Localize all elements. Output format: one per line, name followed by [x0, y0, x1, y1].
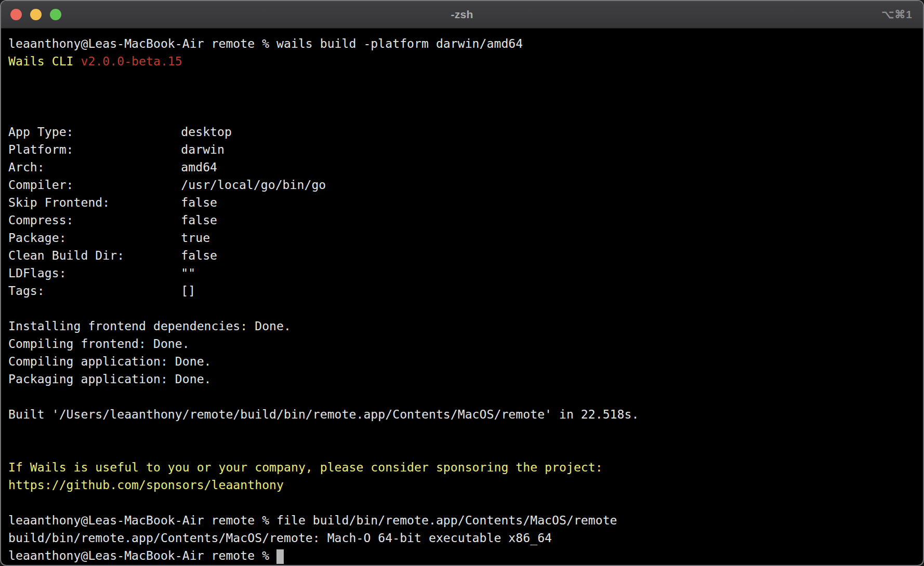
config-value: "": [181, 266, 195, 280]
blank-line: [8, 107, 16, 121]
config-label: App Type:: [8, 123, 181, 141]
terminal-line: [8, 388, 916, 406]
config-label: Clean Build Dir:: [8, 247, 181, 264]
terminal-line: [8, 494, 916, 511]
terminal-line: Compiling application: Done.: [8, 353, 916, 370]
terminal-line: Skip Frontend:false: [8, 194, 916, 211]
terminal-line: Installing frontend dependencies: Done.: [8, 317, 916, 335]
terminal-line: [8, 70, 916, 88]
terminal-line: [8, 441, 916, 459]
terminal-text: build/bin/remote.app/Contents/MacOS/remo…: [8, 531, 552, 545]
terminal-text: If Wails is useful to you or your compan…: [8, 461, 603, 474]
config-label: Tags:: [8, 282, 181, 300]
config-label: Skip Frontend:: [8, 194, 181, 211]
terminal-line: Compiler:/usr/local/go/bin/go: [8, 176, 916, 194]
config-label: Compress:: [8, 211, 181, 229]
terminal-text: Packaging application: Done.: [8, 372, 212, 386]
terminal-line: build/bin/remote.app/Contents/MacOS/remo…: [8, 529, 916, 547]
traffic-lights: [10, 1, 61, 28]
terminal-text: https://github.com/sponsors/leaanthony: [8, 478, 284, 492]
blank-line: [8, 390, 16, 403]
terminal-window: -zsh ⌥⌘1 leaanthony@Leas-MacBook-Air rem…: [0, 0, 924, 566]
terminal-line: Compiling frontend: Done.: [8, 335, 916, 353]
terminal-line: Tags:[]: [8, 282, 916, 300]
terminal-line: leaanthony@Leas-MacBook-Air remote % wai…: [8, 35, 916, 52]
window-titlebar[interactable]: -zsh ⌥⌘1: [1, 1, 923, 29]
blank-line: [8, 90, 16, 103]
config-value: true: [181, 231, 210, 245]
terminal-text: leaanthony@Leas-MacBook-Air remote % fil…: [8, 514, 617, 527]
config-value: desktop: [181, 125, 232, 139]
config-label: Package:: [8, 229, 181, 247]
terminal-line: leaanthony@Leas-MacBook-Air remote %: [8, 547, 916, 564]
terminal-output[interactable]: leaanthony@Leas-MacBook-Air remote % wai…: [1, 29, 923, 564]
terminal-line: Wails CLI v2.0.0-beta.15: [8, 52, 916, 70]
keyboard-shortcut-badge: ⌥⌘1: [881, 8, 913, 21]
terminal-text: Wails CLI: [8, 55, 81, 68]
terminal-text: Compiling frontend: Done.: [8, 337, 190, 351]
terminal-text: Built '/Users/leaanthony/remote/build/bi…: [8, 408, 639, 421]
minimize-button[interactable]: [30, 9, 42, 20]
config-value: /usr/local/go/bin/go: [181, 178, 326, 192]
terminal-line: Platform:darwin: [8, 141, 916, 158]
terminal-line: Built '/Users/leaanthony/remote/build/bi…: [8, 406, 916, 423]
cursor-block: [276, 549, 284, 564]
terminal-line: [8, 105, 916, 123]
terminal-line: Packaging application: Done.: [8, 370, 916, 388]
terminal-line: [8, 88, 916, 105]
terminal-line: Clean Build Dir:false: [8, 247, 916, 264]
config-value: amd64: [181, 160, 217, 174]
terminal-line: LDFlags:"": [8, 264, 916, 282]
window-title: -zsh: [451, 8, 473, 21]
config-label: Platform:: [8, 141, 181, 158]
blank-line: [8, 72, 16, 86]
terminal-line: Package:true: [8, 229, 916, 247]
terminal-line: Compress:false: [8, 211, 916, 229]
blank-line: [8, 302, 16, 315]
config-value: false: [181, 196, 217, 209]
terminal-line: [8, 423, 916, 441]
config-label: LDFlags:: [8, 264, 181, 282]
terminal-line: leaanthony@Leas-MacBook-Air remote % fil…: [8, 511, 916, 529]
terminal-text: Installing frontend dependencies: Done.: [8, 319, 291, 333]
blank-line: [8, 496, 16, 509]
config-value: []: [181, 284, 195, 298]
config-label: Arch:: [8, 158, 181, 176]
terminal-line: App Type:desktop: [8, 123, 916, 141]
zoom-button[interactable]: [50, 9, 61, 20]
blank-line: [8, 443, 16, 456]
terminal-line: [8, 300, 916, 317]
terminal-text: v2.0.0-beta.15: [81, 55, 182, 68]
config-label: Compiler:: [8, 176, 181, 194]
terminal-line: If Wails is useful to you or your compan…: [8, 459, 916, 476]
close-button[interactable]: [10, 9, 22, 20]
terminal-line: Arch:amd64: [8, 158, 916, 176]
config-value: false: [181, 213, 217, 227]
blank-line: [8, 425, 16, 439]
terminal-text: Compiling application: Done.: [8, 355, 212, 368]
terminal-line: https://github.com/sponsors/leaanthony: [8, 476, 916, 494]
terminal-text: leaanthony@Leas-MacBook-Air remote %: [8, 549, 276, 562]
config-value: false: [181, 249, 217, 262]
config-value: darwin: [181, 143, 225, 156]
terminal-text: leaanthony@Leas-MacBook-Air remote % wai…: [8, 37, 523, 50]
